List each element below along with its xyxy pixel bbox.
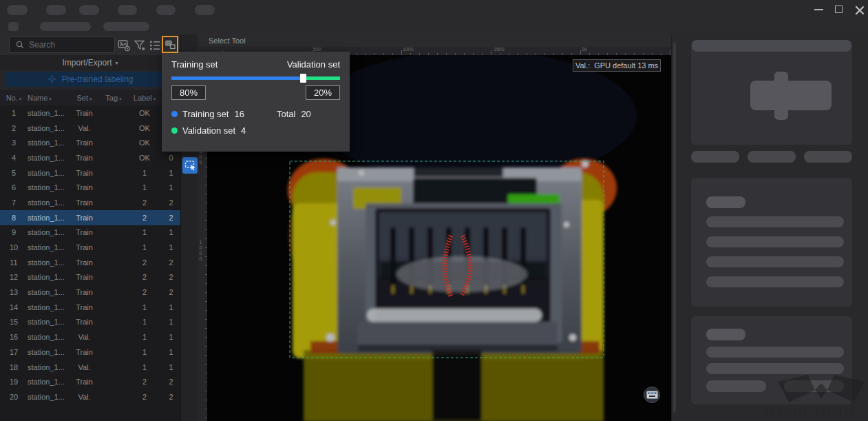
cell-set: Train <box>69 183 100 192</box>
text-line-placeholder <box>706 276 844 287</box>
import-export-button[interactable]: Import/Export ▾ <box>0 55 180 70</box>
text-line-placeholder <box>706 347 844 358</box>
pretrained-labeling-button[interactable]: Pre-trained labeling <box>6 72 175 87</box>
list-view-button[interactable] <box>147 38 162 53</box>
table-row[interactable]: 2station_1...Val.OK <box>0 121 180 136</box>
cell-no: 15 <box>0 318 28 326</box>
table-row[interactable]: 17station_1...Train11 <box>0 345 180 360</box>
cell-set: Train <box>69 243 100 251</box>
table-row[interactable]: 10station_1...Train11 <box>0 240 180 255</box>
table-row[interactable]: 15station_1...Train11 <box>0 315 180 330</box>
column-header-set[interactable]: Set▾ <box>69 94 100 102</box>
placeholder-cross-h <box>750 81 832 110</box>
menu-placeholder[interactable] <box>79 5 99 15</box>
cell-v: 2 <box>162 378 180 386</box>
training-count-label: Training set <box>182 109 229 119</box>
viewer-top-bar: Select Tool <box>198 34 671 47</box>
cell-name: station_1... <box>28 303 69 311</box>
maximize-icon <box>835 6 843 13</box>
cell-no: 4 <box>0 154 28 162</box>
cell-no: 8 <box>0 214 28 222</box>
validation-pct-field[interactable]: 20% <box>306 85 340 100</box>
menu-placeholder[interactable] <box>156 5 176 15</box>
application-window: Import/Export ▾ Pre-trained labeling No.… <box>0 0 868 421</box>
sidebar-card-placeholder <box>691 178 852 307</box>
table-row[interactable]: 14station_1...Train11 <box>0 300 180 315</box>
list-view-icon <box>148 39 162 52</box>
table-row[interactable]: 19station_1...Train22 <box>0 374 180 389</box>
table-row[interactable]: 5station_1...Train11 <box>0 165 180 181</box>
menu-placeholder[interactable] <box>118 5 137 15</box>
split-dataset-button[interactable] <box>162 36 178 53</box>
cell-v: 2 <box>162 198 180 207</box>
column-header-tag[interactable]: Tag▾ <box>100 94 127 102</box>
cell-name: station_1... <box>28 214 69 222</box>
slider-handle[interactable] <box>300 74 306 83</box>
cell-no: 3 <box>0 138 28 147</box>
sidebar-scrollbar[interactable] <box>673 43 676 412</box>
text-line-placeholder <box>706 216 844 227</box>
column-header-no[interactable]: No.▾ <box>0 94 28 102</box>
cell-label: 1 <box>127 243 162 251</box>
filter-button[interactable] <box>132 38 147 53</box>
cell-label: 2 <box>127 378 162 386</box>
cell-set: Train <box>69 318 100 326</box>
cell-v: 1 <box>162 303 180 311</box>
close-button[interactable] <box>854 5 864 14</box>
text-line-placeholder <box>706 363 844 374</box>
table-row[interactable]: 13station_1...Train22 <box>0 285 180 300</box>
image-settings-button[interactable] <box>116 38 131 53</box>
cell-set: Train <box>69 378 100 386</box>
toolbar-placeholder[interactable] <box>8 22 19 31</box>
table-row[interactable]: 18station_1...Val.11 <box>0 360 180 375</box>
cell-label: 2 <box>127 288 162 296</box>
split-ratio-slider[interactable] <box>171 76 340 80</box>
table-row[interactable]: 6station_1...Train11 <box>0 180 180 195</box>
cell-name: station_1... <box>28 258 69 267</box>
table-row[interactable]: 7station_1...Train22 <box>0 195 180 210</box>
training-count: 16 <box>234 109 244 119</box>
cell-no: 12 <box>0 273 28 281</box>
toolbar-placeholder[interactable] <box>103 22 149 31</box>
roi-select-tool-button[interactable] <box>182 157 198 174</box>
table-row[interactable]: 16station_1...Val.11 <box>0 329 180 345</box>
menu-placeholder[interactable] <box>46 5 66 15</box>
table-row[interactable]: 9station_1...Train11 <box>0 225 180 240</box>
table-row[interactable]: 20station_1...Val.22 <box>0 389 180 404</box>
search-input[interactable] <box>29 40 110 50</box>
search-icon <box>14 39 28 50</box>
training-pct-field[interactable]: 80% <box>171 85 206 100</box>
menu-placeholder[interactable] <box>195 5 215 15</box>
maximize-button[interactable] <box>835 6 845 15</box>
table-row[interactable]: 1station_1...TrainOK <box>0 105 180 121</box>
toolbar-placeholder[interactable] <box>40 22 91 31</box>
cell-name: station_1... <box>28 288 69 296</box>
cell-v: 1 <box>162 363 180 371</box>
sidebar-button-placeholder[interactable] <box>748 151 796 163</box>
table-row[interactable]: 12station_1...Train22 <box>0 270 180 285</box>
validation-status-badge: Val.: GPU default 13 ms <box>573 59 661 72</box>
cell-set: Val. <box>69 333 100 341</box>
sidebar-card-placeholder <box>691 316 852 404</box>
cell-no: 16 <box>0 333 28 341</box>
menu-placeholder[interactable] <box>7 5 28 15</box>
sidebar-button-placeholder[interactable] <box>691 151 739 163</box>
total-label: Total <box>277 109 295 119</box>
cell-v: 1 <box>162 348 180 356</box>
training-set-label: Training set <box>171 59 218 70</box>
keyboard-shortcuts-button[interactable] <box>644 387 660 403</box>
cell-set: Train <box>69 228 100 236</box>
validation-count-label: Validation set <box>182 125 235 136</box>
minimize-button[interactable] <box>814 5 824 14</box>
cell-label: 2 <box>127 393 162 401</box>
image-table: 1station_1...TrainOK2station_1...Val.OK3… <box>0 105 180 421</box>
column-header-label[interactable]: Label▾ <box>127 94 162 102</box>
search-box[interactable] <box>9 37 115 53</box>
sidebar-button-placeholder[interactable] <box>804 151 852 163</box>
cell-v: 1 <box>162 169 180 177</box>
table-row[interactable]: 4station_1...TrainOK0 <box>0 150 180 165</box>
column-header-name[interactable]: Name▾ <box>28 94 69 102</box>
table-row[interactable]: 11station_1...Train22 <box>0 255 180 270</box>
table-row[interactable]: 8station_1...Train22 <box>0 210 180 225</box>
table-row[interactable]: 3station_1...TrainOK <box>0 135 180 150</box>
